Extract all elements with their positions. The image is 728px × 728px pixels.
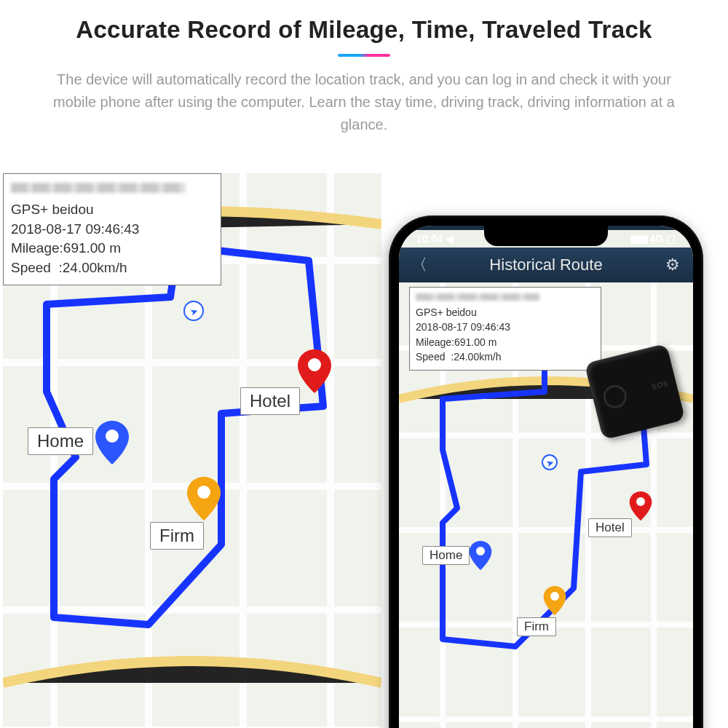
- obscured-header: [11, 183, 186, 193]
- obscured-header: [416, 293, 539, 301]
- map-pin-home-icon[interactable]: [95, 421, 130, 464]
- accent-bar: [338, 54, 390, 57]
- phone-track-info-card: GPS+ beidou 2018-08-17 09:46:43 Mileage:…: [409, 287, 601, 371]
- phone-mock: 10:04 ◀ ▮▮▮▮ 4G ▢ 〈 Historical Route ⚙: [389, 215, 703, 728]
- hero-subtitle: The device will automatically record the…: [44, 68, 684, 136]
- poi-label-hotel: Hotel: [588, 518, 632, 537]
- status-network: ▮▮▮▮ 4G ▢: [630, 233, 676, 245]
- map-pin-firm-icon[interactable]: [186, 477, 221, 521]
- navbar: 〈 Historical Route ⚙: [399, 248, 693, 282]
- svg-point-5: [476, 547, 485, 555]
- svg-point-2: [308, 358, 321, 371]
- settings-icon[interactable]: ⚙: [662, 256, 683, 274]
- phone-notch: [484, 226, 608, 246]
- hero: Accurate Record of Mileage, Time, Travel…: [0, 0, 728, 149]
- poi-label-home: Home: [422, 546, 470, 565]
- map-pin-hotel-icon[interactable]: [629, 491, 652, 521]
- poi-label-firm: Firm: [517, 617, 556, 636]
- svg-point-6: [636, 497, 645, 506]
- info-speed: Speed :24.00km/h: [11, 258, 213, 278]
- info-mode: GPS+ beidou: [11, 200, 213, 220]
- poi-label-firm: Firm: [150, 522, 204, 550]
- nav-title: Historical Route: [430, 256, 662, 274]
- map-pin-firm-icon[interactable]: [543, 585, 566, 616]
- info-mode: GPS+ beidou: [416, 305, 595, 320]
- info-speed: Speed :24.00km/h: [416, 349, 595, 364]
- current-position-icon: [542, 454, 558, 470]
- hero-title: Accurate Record of Mileage, Time, Travel…: [35, 16, 693, 44]
- svg-point-3: [197, 486, 210, 499]
- track-info-card: GPS+ beidou 2018-08-17 09:46:43 Mileage:…: [3, 173, 221, 285]
- back-icon[interactable]: 〈: [409, 254, 430, 276]
- info-timestamp: 2018-08-17 09:46:43: [416, 320, 595, 334]
- svg-point-1: [106, 430, 119, 443]
- current-position-icon: [183, 301, 204, 321]
- map-pin-home-icon[interactable]: [469, 540, 492, 571]
- svg-point-7: [550, 592, 559, 601]
- poi-label-home: Home: [28, 427, 93, 455]
- status-time: 10:04 ◀: [416, 233, 454, 245]
- poi-label-hotel: Hotel: [240, 387, 300, 415]
- map-pin-hotel-icon[interactable]: [297, 349, 332, 393]
- info-timestamp: 2018-08-17 09:46:43: [11, 220, 213, 240]
- phone-screen[interactable]: 10:04 ◀ ▮▮▮▮ 4G ▢ 〈 Historical Route ⚙: [399, 226, 693, 728]
- info-mileage: Mileage:691.00 m: [416, 335, 595, 349]
- info-mileage: Mileage:691.00 m: [11, 239, 213, 258]
- phone-map[interactable]: GPS+ beidou 2018-08-17 09:46:43 Mileage:…: [399, 282, 693, 728]
